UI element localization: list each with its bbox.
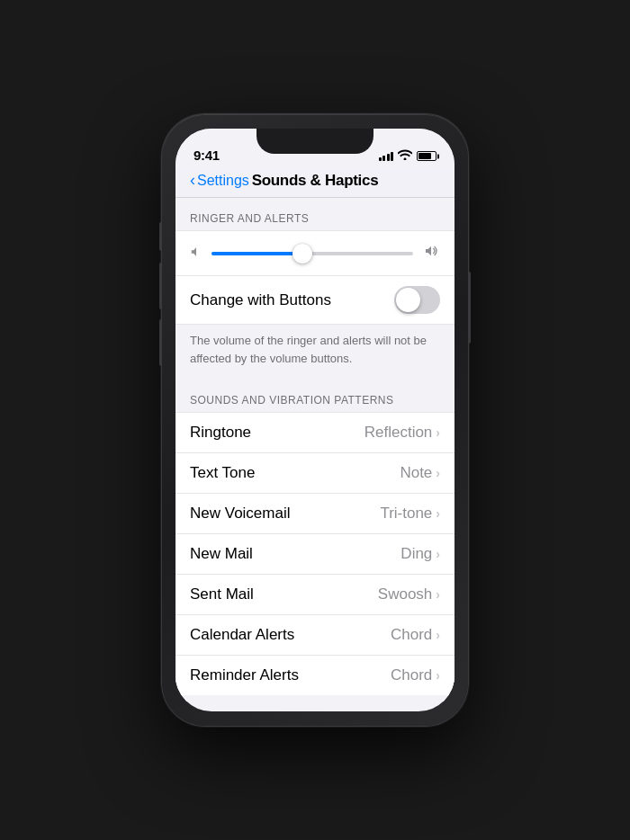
settings-content[interactable]: RINGER AND ALERTS: [176, 198, 454, 701]
status-time: 9:41: [194, 147, 220, 163]
ringer-card: Change with Buttons: [176, 230, 454, 325]
ringtone-row[interactable]: Ringtone Reflection ›: [176, 412, 454, 452]
toggle-info-text: The volume of the ringer and alerts will…: [176, 325, 454, 380]
sent-mail-label: Sent Mail: [190, 585, 254, 603]
mute-button[interactable]: [159, 222, 162, 251]
calendar-alerts-value: Chord: [391, 626, 432, 644]
text-tone-right: Note ›: [400, 464, 440, 482]
calendar-alerts-row[interactable]: Calendar Alerts Chord ›: [176, 614, 454, 655]
calendar-alerts-label: Calendar Alerts: [190, 626, 294, 644]
volume-down-button[interactable]: [159, 319, 162, 366]
signal-bars-icon: [379, 152, 394, 161]
reminder-alerts-value: Chord: [391, 666, 432, 684]
calendar-alerts-right: Chord ›: [391, 626, 440, 644]
navigation-bar: ‹ Settings Sounds & Haptics: [176, 168, 454, 198]
new-mail-chevron-icon: ›: [436, 547, 440, 561]
new-mail-label: New Mail: [190, 545, 253, 563]
power-button[interactable]: [468, 272, 471, 344]
battery-icon: [417, 151, 436, 161]
new-voicemail-label: New Voicemail: [190, 505, 291, 523]
page-title: Sounds & Haptics: [252, 172, 379, 190]
sounds-section-header: SOUNDS AND VIBRATION PATTERNS: [176, 380, 454, 412]
battery-fill: [418, 153, 431, 159]
volume-slider-row: [176, 231, 454, 275]
back-label: Settings: [197, 173, 249, 189]
signal-bar-3: [387, 154, 390, 161]
svg-marker-1: [426, 246, 431, 256]
volume-slider[interactable]: [212, 252, 413, 255]
signal-bar-1: [379, 157, 382, 161]
text-tone-value: Note: [400, 464, 432, 482]
volume-slider-fill: [212, 252, 302, 255]
new-mail-right: Ding ›: [400, 545, 440, 563]
new-voicemail-right: Tri-tone ›: [380, 505, 440, 523]
reminder-alerts-chevron-icon: ›: [436, 668, 440, 683]
change-with-buttons-toggle[interactable]: [394, 286, 440, 314]
new-mail-value: Ding: [400, 545, 432, 563]
sounds-list: Ringtone Reflection › Text Tone Note › N…: [176, 412, 454, 695]
back-chevron-icon: ‹: [190, 171, 195, 190]
reminder-alerts-row[interactable]: Reminder Alerts Chord ›: [176, 655, 454, 695]
sent-mail-chevron-icon: ›: [436, 587, 440, 602]
back-button[interactable]: ‹ Settings: [190, 172, 249, 190]
notch: [256, 129, 374, 154]
text-tone-chevron-icon: ›: [436, 466, 440, 480]
volume-low-icon: [190, 246, 202, 262]
volume-up-button[interactable]: [159, 263, 162, 309]
text-tone-label: Text Tone: [190, 464, 255, 482]
sent-mail-right: Swoosh ›: [378, 585, 440, 603]
ringtone-chevron-icon: ›: [436, 425, 440, 440]
phone-screen: 9:41: [176, 129, 454, 711]
status-icons: [379, 149, 437, 163]
new-voicemail-chevron-icon: ›: [436, 506, 440, 521]
change-with-buttons-label: Change with Buttons: [190, 291, 331, 309]
new-voicemail-row[interactable]: New Voicemail Tri-tone ›: [176, 493, 454, 533]
sent-mail-value: Swoosh: [378, 585, 432, 603]
change-with-buttons-row[interactable]: Change with Buttons: [176, 275, 454, 324]
wifi-icon: [398, 149, 412, 163]
phone-frame: 9:41: [162, 114, 468, 726]
reminder-alerts-label: Reminder Alerts: [190, 666, 299, 684]
ringer-section-header: RINGER AND ALERTS: [176, 198, 454, 230]
svg-marker-0: [192, 247, 196, 255]
calendar-alerts-chevron-icon: ›: [436, 628, 440, 642]
new-voicemail-value: Tri-tone: [380, 505, 432, 523]
reminder-alerts-right: Chord ›: [391, 666, 440, 684]
ringtone-right: Reflection ›: [364, 424, 440, 442]
volume-high-icon: [422, 244, 440, 263]
ringtone-value: Reflection: [364, 424, 433, 442]
sent-mail-row[interactable]: Sent Mail Swoosh ›: [176, 574, 454, 614]
text-tone-row[interactable]: Text Tone Note ›: [176, 452, 454, 493]
ringtone-label: Ringtone: [190, 424, 251, 442]
signal-bar-2: [382, 156, 385, 161]
signal-bar-4: [391, 152, 393, 161]
volume-slider-thumb[interactable]: [292, 244, 312, 264]
new-mail-row[interactable]: New Mail Ding ›: [176, 533, 454, 574]
toggle-thumb: [396, 288, 420, 312]
